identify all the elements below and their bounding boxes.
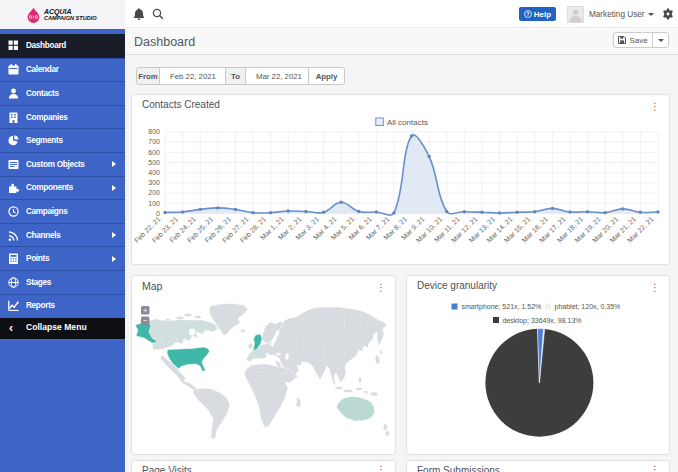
svg-text:−: − xyxy=(143,316,148,325)
svg-text:800: 800 xyxy=(148,128,160,135)
svg-text:+: + xyxy=(143,306,148,315)
svg-text:700: 700 xyxy=(148,138,160,145)
svg-text:400: 400 xyxy=(148,169,160,176)
svg-text:300: 300 xyxy=(148,179,160,186)
svg-text:600: 600 xyxy=(148,149,160,156)
svg-text:smartphone; 521x, 1.52%: smartphone; 521x, 1.52% xyxy=(462,303,542,311)
svg-text:200: 200 xyxy=(148,189,160,196)
svg-text:desktop; 33649x, 98.13%: desktop; 33649x, 98.13% xyxy=(503,317,582,325)
svg-text:?: ? xyxy=(526,11,529,17)
svg-text:All contacts: All contacts xyxy=(387,118,428,127)
svg-text:phablet; 120x, 0.35%: phablet; 120x, 0.35% xyxy=(555,303,621,311)
svg-text:100: 100 xyxy=(148,200,160,207)
svg-text:500: 500 xyxy=(148,159,160,166)
